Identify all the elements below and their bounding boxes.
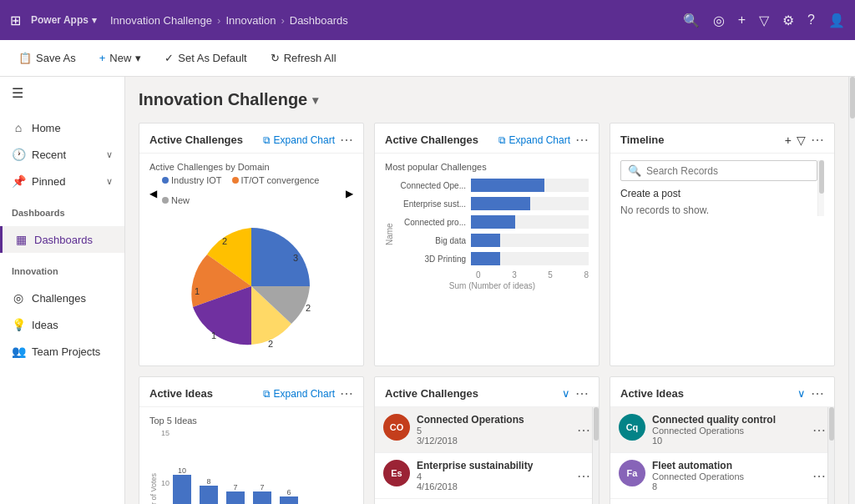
active-challenges-list-card: Active Challenges ∨ ⋯ CO Connected Opera… — [374, 376, 600, 504]
recent-label: Recent — [32, 149, 66, 161]
idea-list-item-2[interactable]: Fa Fleet automation Connected Operations… — [610, 453, 834, 499]
sidebar-item-challenges[interactable]: ◎ Challenges — [0, 285, 124, 311]
active-challenges-bar-card: Active Challenges ⧉ Expand Chart ⋯ Most … — [374, 123, 600, 366]
timeline-search-input[interactable] — [646, 165, 810, 177]
bar-expand-chart-icon: ⧉ — [498, 134, 506, 146]
new-chevron-icon[interactable]: ▾ — [135, 52, 141, 64]
ideas-bar-body: Top 5 Ideas Number of Votes 15 10 10 — [139, 407, 363, 504]
settings-icon[interactable]: ⚙ — [782, 13, 794, 28]
y-axis-ticks: 15 10 — [161, 429, 169, 504]
nav-right-icons: 🔍 ◎ + ▽ ⚙ ? 👤 — [683, 13, 845, 28]
bar-row-4: Big data 2 — [396, 234, 589, 247]
new-button[interactable]: + New ▾ — [94, 48, 147, 68]
ideas-more-icon[interactable]: ⋯ — [340, 386, 353, 401]
challenge-list-item-2[interactable]: Es Enterprise sustainability 4 4/16/2018… — [375, 453, 599, 499]
save-as-button[interactable]: 📋 Save As — [13, 48, 81, 68]
no-records-text: No records to show. — [620, 204, 817, 216]
ideas-scrollbar[interactable] — [827, 407, 834, 504]
idea-list-item-1[interactable]: Cq Connected quality control Connected O… — [610, 407, 834, 453]
challenges-scrollbar[interactable] — [592, 407, 599, 504]
svg-text:1: 1 — [195, 286, 200, 296]
bar-card-body: Most popular Challenges Name Connected O… — [375, 154, 599, 365]
idea-item-2-sub2: 8 — [652, 481, 806, 491]
svg-text:2: 2 — [268, 339, 273, 349]
timeline-more-icon[interactable]: ⋯ — [811, 132, 824, 148]
challenge-item-1-more-icon[interactable]: ⋯ — [577, 422, 590, 438]
help-icon[interactable]: ? — [807, 13, 815, 28]
breadcrumb-item-2[interactable]: Innovation — [225, 14, 276, 27]
challenge-list-item-1[interactable]: CO Connected Operations 5 3/12/2018 ⋯ — [375, 407, 599, 453]
grid-icon[interactable]: ⊞ — [10, 13, 21, 28]
pie-expand-button[interactable]: ⧉ Expand Chart — [263, 134, 335, 146]
expand-chart-icon: ⧉ — [263, 134, 271, 146]
challenge-item-1-text: Connected Operations 5 3/12/2018 — [417, 414, 570, 446]
idea-item-2-title: Fleet automation — [652, 460, 806, 471]
sidebar-item-dashboards[interactable]: ▦ Dashboards — [0, 226, 124, 253]
main-content: Innovation Challenge ▾ Active Challenges… — [125, 77, 848, 504]
pie-more-icon[interactable]: ⋯ — [340, 132, 353, 148]
bar-fill-1 — [471, 179, 544, 192]
bar-fill-5 — [471, 252, 500, 265]
ideas-expand-button[interactable]: ⧉ Expand Chart — [263, 388, 335, 400]
idea-item-1-sub1: Connected Operations — [652, 426, 806, 436]
sidebar-item-recent[interactable]: 🕐 Recent ∨ — [0, 141, 124, 168]
challenge-item-2-text: Enterprise sustainability 4 4/16/2018 — [417, 460, 570, 491]
challenge-item-2-more-icon[interactable]: ⋯ — [577, 468, 590, 484]
filter-icon[interactable]: ▽ — [759, 13, 769, 28]
team-projects-label: Team Projects — [32, 345, 100, 358]
vbar-4: 7 — [253, 483, 271, 504]
search-icon[interactable]: 🔍 — [683, 13, 700, 28]
bar-x-label: Sum (Number of ideas) — [396, 281, 589, 290]
bar-label-3: Connected pro... — [396, 218, 471, 227]
sidebar-item-team-projects[interactable]: 👥 Team Projects — [0, 338, 124, 365]
bar-more-icon[interactable]: ⋯ — [575, 132, 589, 148]
sidebar-item-ideas[interactable]: 💡 Ideas — [0, 311, 124, 338]
sidebar-item-home[interactable]: ⌂ Home — [0, 114, 124, 141]
ytick-10: 10 — [161, 479, 169, 487]
challenges-list-chevron-icon[interactable]: ∨ — [562, 387, 570, 400]
ideas-list-more-icon[interactable]: ⋯ — [811, 386, 824, 401]
page-title-chevron[interactable]: ▾ — [312, 93, 318, 107]
breadcrumb-item-1[interactable]: Innovation Challenge — [110, 14, 212, 27]
idea-item-2-more-icon[interactable]: ⋯ — [812, 468, 826, 484]
app-name-chevron[interactable]: ▾ — [92, 15, 97, 26]
breadcrumb-item-3[interactable]: Dashboards — [290, 14, 348, 27]
set-default-button[interactable]: ✓ Set As Default — [159, 48, 251, 68]
timeline-add-icon[interactable]: + — [785, 134, 792, 147]
user-icon[interactable]: 👤 — [828, 13, 845, 28]
pie-card-body: Active Challenges by Domain ◀ Industry I… — [139, 154, 363, 365]
bar-chart-area: Name Connected Ope... 5 Enterprise sust — [385, 179, 589, 290]
main-scrollbar-thumb — [850, 77, 855, 118]
refresh-button[interactable]: ↻ Refresh All — [266, 48, 341, 68]
target-icon[interactable]: ◎ — [713, 13, 725, 28]
timeline-search-box[interactable]: 🔍 — [620, 160, 817, 181]
timeline-card: Timeline + ▽ ⋯ 🔍 Create a post No re — [610, 123, 835, 366]
recent-chevron-icon[interactable]: ∨ — [106, 149, 113, 160]
pie-legend-prev-icon[interactable]: ◀ — [149, 188, 157, 199]
timeline-scrollbar[interactable] — [817, 160, 824, 216]
timeline-title: Timeline — [620, 134, 780, 146]
ideas-scrollbar-thumb — [829, 407, 834, 441]
challenge-item-1-sub2: 3/12/2018 — [417, 436, 570, 446]
team-projects-icon: 👥 — [12, 345, 25, 358]
sidebar-item-pinned[interactable]: 📌 Pinned ∨ — [0, 168, 124, 194]
add-icon[interactable]: + — [738, 13, 746, 28]
idea-item-1-sub2: 10 — [652, 436, 806, 446]
home-icon: ⌂ — [12, 121, 25, 134]
bar-expand-button[interactable]: ⧉ Expand Chart — [498, 134, 570, 146]
sidebar: ☰ ⌂ Home 🕐 Recent ∨ 📌 Pinned ∨ Dashboard… — [0, 77, 125, 504]
bar-row-1: Connected Ope... 5 — [396, 179, 589, 192]
idea-item-1-more-icon[interactable]: ⋯ — [812, 422, 826, 438]
avatar-es: Es — [383, 460, 410, 486]
vbar-2: 8 — [200, 477, 218, 504]
sidebar-hamburger[interactable]: ☰ — [0, 77, 124, 109]
timeline-filter-icon[interactable]: ▽ — [797, 134, 806, 147]
main-scrollbar[interactable] — [848, 77, 855, 504]
pie-legend-next-icon[interactable]: ▶ — [346, 188, 353, 199]
ideas-list-chevron-icon[interactable]: ∨ — [797, 387, 806, 400]
challenges-list-more-icon[interactable]: ⋯ — [575, 386, 589, 401]
create-post-link[interactable]: Create a post — [620, 188, 817, 199]
axis-5: 5 — [548, 270, 553, 280]
pinned-chevron-icon[interactable]: ∨ — [106, 176, 113, 187]
bar-track-4: 2 — [471, 234, 589, 247]
